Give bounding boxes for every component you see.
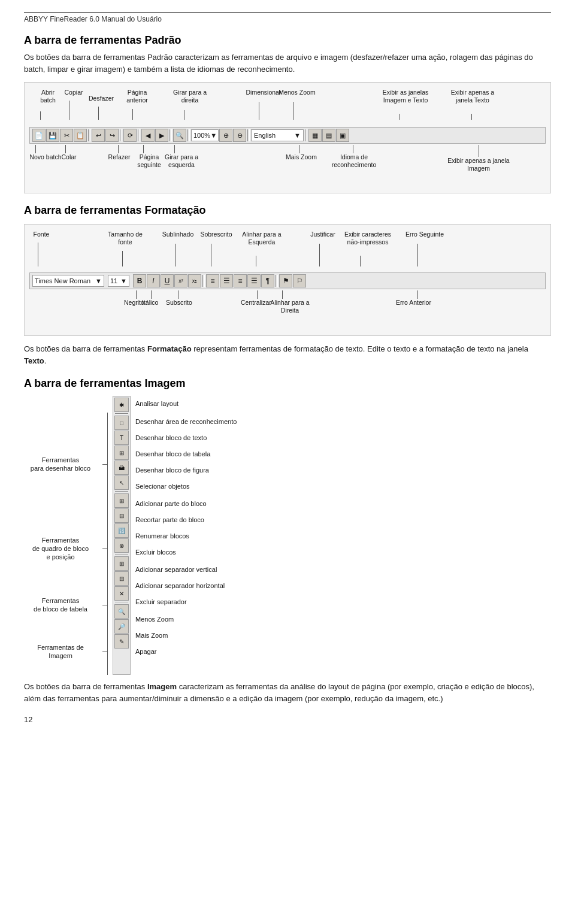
btn-del-sep[interactable]: ✕ xyxy=(114,586,129,601)
img-right-labels: Analisar layout Desenhar área de reconhe… xyxy=(131,396,237,675)
label-exibir-nao-imp: Exibir caracteres não-impressos xyxy=(341,231,395,246)
btn-delete-blocks[interactable]: ⊗ xyxy=(114,538,129,553)
sep5 xyxy=(187,129,190,141)
btn-rotate[interactable]: ⟳ xyxy=(123,129,137,142)
btn-erase[interactable]: ✎ xyxy=(114,634,129,649)
image-toolbar-title: A barra de ferramentas Imagem xyxy=(24,377,551,390)
img-label-add-part: Adicionar parte do bloco xyxy=(135,496,237,512)
img-group-label-2: Ferramentasde quadro de blocoe posição xyxy=(24,516,97,581)
conn-centralizar xyxy=(257,290,258,299)
btn-next[interactable]: ▶ xyxy=(155,129,168,142)
lang-selector[interactable]: English ▼ xyxy=(251,129,304,141)
label-mais-zoom: Mais Zoom xyxy=(285,153,317,161)
zoom-value: 100% xyxy=(193,132,210,139)
label-girar-esquerda: Girar para a esquerda xyxy=(160,153,203,168)
conn-sub xyxy=(175,244,176,266)
btn-add-vsep[interactable]: ⊞ xyxy=(114,556,129,571)
btn-cut[interactable]: ✂ xyxy=(60,129,73,142)
btn-open[interactable]: 📄 xyxy=(32,129,46,142)
btn-redo[interactable]: ↪ xyxy=(105,129,119,142)
btn-draw-text[interactable]: T xyxy=(114,431,129,445)
img-braces xyxy=(102,396,113,675)
fmt-bottom-labels: Negrito Itálico Subscrito Centralizar Al… xyxy=(29,290,546,329)
font-selector[interactable]: Times New Roman ▼ xyxy=(32,275,104,287)
btn-zoom-out[interactable]: ⊖ xyxy=(233,129,246,142)
connector-pag-ant xyxy=(132,109,133,120)
btn-err-prev[interactable]: ⚐ xyxy=(293,274,306,287)
btn-add-hsep[interactable]: ⊟ xyxy=(114,571,129,586)
btn-crop-part[interactable]: ⊟ xyxy=(114,508,129,523)
img-label-add-hsep: Adicionar separador horizontal xyxy=(135,578,237,594)
btn-draw-area[interactable]: □ xyxy=(114,416,129,430)
btn-justify[interactable]: ☰ xyxy=(247,274,261,287)
image-toolbar-desc: Os botões da barra de ferramentas Imagem… xyxy=(24,681,551,704)
label-idioma: Idioma de reconhecimento xyxy=(325,153,383,168)
toolbar-top-labels: Abrirbatch Copiar Desfazer Página anteri… xyxy=(29,89,546,126)
btn-draw-table[interactable]: ⊞ xyxy=(114,446,129,460)
btn-undo[interactable]: ↩ xyxy=(92,129,105,142)
btn-img-zoom-out[interactable]: 🔍 xyxy=(114,604,129,619)
btn-img-zoom-in[interactable]: 🔎 xyxy=(114,619,129,634)
btn-copy[interactable]: 📋 xyxy=(74,129,87,142)
btn-analyze-layout[interactable]: ✱ xyxy=(114,398,129,412)
sep-img2 xyxy=(115,491,128,492)
img-label-img-zoom-out: Menos Zoom xyxy=(135,611,237,628)
connector-exibir-it xyxy=(400,114,400,120)
connector-exibir-t xyxy=(471,114,472,120)
font-size-val: 11 xyxy=(110,277,117,284)
img-label-draw-figure: Desenhar bloco de figura xyxy=(135,462,237,478)
btn-draw-figure[interactable]: 🏔 xyxy=(114,461,129,475)
lang-value: English xyxy=(254,132,276,139)
img-label-delete-blocks: Excluir blocos xyxy=(135,544,237,561)
zoom-field[interactable]: 100% ▼ xyxy=(191,129,219,141)
conn-negrito xyxy=(136,290,137,299)
conn-alinhar-esq xyxy=(256,256,256,266)
conn-alinhar-dir xyxy=(282,290,283,299)
btn-bold[interactable]: B xyxy=(133,274,146,287)
img-group-labels: Ferramentaspara desenhar bloco Ferrament… xyxy=(24,396,102,675)
btn-view3[interactable]: ▣ xyxy=(336,129,349,142)
font-size-field[interactable]: 11 ▼ xyxy=(108,275,129,287)
btn-subscript[interactable]: x₂ xyxy=(188,274,201,287)
sep-img3 xyxy=(115,554,128,555)
img-group-label-1: Ferramentaspara desenhar bloco xyxy=(24,413,97,516)
btn-align-center[interactable]: ☰ xyxy=(220,274,233,287)
btn-save[interactable]: 💾 xyxy=(46,129,59,142)
label-exibir-imagem-texto: Exibir as janelas Imagem e Texto xyxy=(376,89,435,104)
btn-align-right[interactable]: ≡ xyxy=(234,274,247,287)
connector-exibir-img xyxy=(479,145,479,157)
sep-img1 xyxy=(115,413,128,414)
label-abrir-batch: Abrirbatch xyxy=(33,89,63,104)
label-pagina-anterior: Página anterior xyxy=(116,89,158,104)
btn-zoom-in[interactable]: ⊕ xyxy=(219,129,232,142)
btn-renumber[interactable]: 🔢 xyxy=(114,523,129,538)
image-toolbar-container: Ferramentaspara desenhar bloco Ferrament… xyxy=(24,396,551,675)
btn-err-next[interactable]: ⚑ xyxy=(279,274,292,287)
label-justificar: Justificar xyxy=(305,231,341,238)
connector-dim xyxy=(259,102,259,120)
label-erro-seguinte: Erro Seguinte xyxy=(401,231,449,238)
connector-abrir xyxy=(40,111,41,120)
btn-underline[interactable]: U xyxy=(161,274,174,287)
sep-img4 xyxy=(115,602,128,603)
format-toolbar-desc: Os botões da barra de ferramentas Format… xyxy=(24,343,551,366)
page-number: 12 xyxy=(24,715,551,724)
btn-superscript[interactable]: x² xyxy=(174,274,187,287)
img-toolbar-strip-area: ✱ □ T ⊞ 🏔 ↖ ⊞ ⊟ 🔢 ⊗ ⊞ xyxy=(113,396,237,675)
btn-add-part[interactable]: ⊞ xyxy=(114,493,129,508)
btn-select-obj[interactable]: ↖ xyxy=(114,475,129,490)
btn-align-left[interactable]: ≡ xyxy=(206,274,219,287)
conn-err-seg xyxy=(417,244,418,266)
img-label-erase: Apagar xyxy=(135,644,237,660)
btn-recognize[interactable]: 🔍 xyxy=(173,129,186,142)
img-label-renumber: Renumerar blocos xyxy=(135,528,237,544)
btn-show-chars[interactable]: ¶ xyxy=(261,274,274,287)
image-toolbar-section: A barra de ferramentas Imagem Ferramenta… xyxy=(24,377,551,704)
btn-prev[interactable]: ◀ xyxy=(141,129,155,142)
conn-sobre xyxy=(211,244,211,266)
btn-view1[interactable]: ▦ xyxy=(308,129,322,142)
label-desfazer: Desfazer xyxy=(88,95,114,102)
btn-italic[interactable]: I xyxy=(147,274,160,287)
btn-view2[interactable]: ▤ xyxy=(322,129,335,142)
label-novo-batch: Novo batch xyxy=(29,153,62,161)
